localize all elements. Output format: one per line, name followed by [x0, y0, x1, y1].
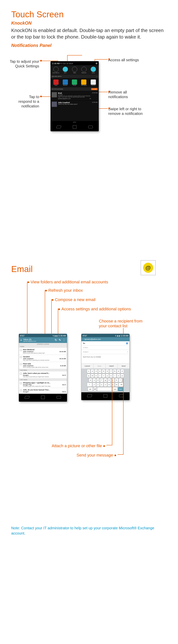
recent-key-icon[interactable] [119, 394, 124, 397]
bluetooth-icon[interactable] [81, 67, 86, 72]
star-icon[interactable]: ☆ [64, 363, 66, 365]
notification-account: lgvtrain1@yahoo.com [58, 98, 71, 99]
email-item[interactable]: Julie, do you know Samuel Thor...☆ Googl… [19, 388, 67, 394]
attach-button[interactable]: Attach [106, 364, 118, 368]
callout-quick-settings: Tap to adjust your Quick Settings [9, 59, 39, 68]
nav-bar [19, 394, 67, 402]
subject-field[interactable]: Subject! [81, 350, 129, 354]
keyboard[interactable]: 1234567890 qwertyuiop asdfghjkl ⇧zxcvbnm… [81, 368, 129, 392]
notification-item[interactable]: Brad Concert Hey there! Are you interest… [51, 91, 99, 100]
star-icon[interactable]: ☆ [64, 356, 66, 358]
next-key[interactable]: Next [118, 387, 123, 391]
email-item[interactable]: Next Weekend☆ Julie Crawford10:42 AM Wha… [19, 348, 67, 355]
email-title: Plant Sale [23, 363, 31, 365]
inbox-phone: AT&T ℕ ▮ ▮ 11:00 AM ≡ Inbox (6) lgvtrain… [19, 334, 67, 402]
qs-label: Quick Memo+ [52, 72, 60, 73]
back-key-icon[interactable] [87, 394, 92, 397]
email-from: Julie Crawford [23, 358, 33, 360]
checkbox[interactable] [20, 373, 22, 374]
overflow-icon[interactable]: ⋮ [62, 338, 65, 342]
home-key-icon[interactable] [41, 396, 45, 399]
recent-key-icon[interactable] [88, 126, 93, 128]
star-icon[interactable]: ☆ [64, 349, 66, 351]
calendar-app-icon[interactable] [91, 80, 96, 85]
star-icon[interactable]: ☆ [64, 382, 66, 384]
app-label: Messaging [81, 85, 86, 86]
avatar [52, 92, 57, 97]
refresh-icon[interactable]: ↻ [55, 338, 57, 342]
wifi-icon[interactable] [63, 67, 68, 72]
nav-bar [51, 124, 99, 131]
email-preview: What do you think about a beach trip? [23, 352, 66, 354]
email-time: 10:42 AM [59, 351, 66, 352]
email-title: Shopping apps + spotlight on ne... [23, 382, 50, 384]
callout-remove-all: Remove all notifications [108, 90, 146, 99]
email-item[interactable]: Shopping apps + spotlight on ne...☆ Goog… [19, 381, 67, 388]
quickmemo-icon[interactable] [53, 67, 59, 72]
save-button[interactable]: Save [94, 364, 106, 368]
body-field[interactable]: Sent from my LG Mobile [81, 354, 129, 364]
compose-icon[interactable]: ✎ [59, 338, 61, 342]
notification-preview: Hey there! Are you interested in going t… [58, 95, 91, 98]
cancel-button[interactable]: Cancel [81, 364, 94, 368]
checkbox[interactable] [20, 356, 22, 358]
priority-icon[interactable]: ! [127, 351, 128, 353]
qs-label: Bluetooth [80, 72, 88, 73]
status-time: 11:00 AM [52, 62, 59, 64]
back-key-icon[interactable] [24, 396, 30, 398]
email-from: Julie Crawford [23, 351, 33, 352]
star-icon[interactable]: ☆ [64, 372, 66, 374]
back-icon[interactable]: ‹ [83, 338, 83, 340]
clear-button[interactable]: CLEAR [91, 88, 98, 90]
dotcom-key[interactable]: .com [112, 387, 118, 391]
quick-settings-row[interactable]: Quick Memo+ Wi-Fi Silent Bluetooth QSlid… [51, 65, 99, 75]
contact-picker-icon[interactable]: 👤 [126, 342, 128, 344]
checkbox[interactable] [20, 382, 22, 384]
email-item[interactable]: Plant Sale☆ Julie Crawford8:18 AM We're … [19, 362, 67, 369]
qslide-apps-row: Video Browser Phone Messaging Calendar [51, 78, 99, 87]
qslide-apps-heading: QSLIDE APPS [52, 76, 61, 77]
email-item[interactable]: Julie, here's what you missed fr...☆ Goo… [19, 372, 67, 378]
checkbox[interactable] [20, 389, 22, 391]
callout-options: Access settings and additional options [57, 307, 131, 312]
cc-field[interactable]: Cc/Bcc [81, 346, 129, 350]
app-label: Phone [72, 85, 77, 86]
email-item[interactable]: Vacation☆ Julie Crawford10:16 AM Hey Jul… [19, 355, 67, 362]
home-key-icon[interactable] [104, 394, 107, 398]
notification-item[interactable]: Julie Crawford Want to try that new Ital… [51, 100, 99, 108]
browser-app-icon[interactable] [63, 80, 68, 85]
compose-header: ‹ lgvtrain1@yahoo.com [81, 337, 129, 341]
messaging-app-icon[interactable] [81, 80, 86, 85]
notification-from: Brad [58, 92, 91, 94]
qs-label: Silent [70, 72, 79, 73]
status-bar: AT&T ℕ ▮ ▮ 11:00 AM [19, 334, 67, 337]
callout-swipe: Swipe left or right to remove a notifica… [108, 107, 146, 116]
cc-placeholder: Cc/Bcc [83, 347, 88, 348]
qslide-icon[interactable] [91, 67, 96, 72]
notifications-panel-heading: Notifications Panel [11, 43, 167, 48]
silent-icon[interactable] [72, 67, 77, 72]
status-date: Fri Oct 10 2014 [60, 62, 73, 64]
phone-app-icon[interactable] [72, 80, 77, 85]
star-icon[interactable]: ☆ [64, 389, 66, 391]
checkbox[interactable] [20, 363, 22, 365]
back-key-icon[interactable] [56, 126, 61, 128]
app-label: Browser [63, 85, 68, 86]
callout-folders: View folders and additional email accoun… [26, 280, 108, 284]
to-field[interactable]: To: 👤 [81, 341, 129, 346]
shift-key-icon[interactable]: ⇧ [87, 382, 92, 387]
inbox-label[interactable]: Inbox (6) [23, 338, 53, 340]
send-button[interactable]: Send [118, 364, 129, 368]
email-time: Oct 3 [62, 384, 66, 386]
battery-icon: ▮ [119, 335, 120, 337]
video-app-icon[interactable] [53, 80, 59, 85]
status-time: 11:00 AM [121, 335, 128, 337]
hamburger-icon[interactable]: ≡ [20, 339, 22, 342]
home-key-icon[interactable] [73, 125, 76, 129]
gear-icon[interactable]: ⚙ [96, 62, 98, 65]
callout-send: Send your message [65, 453, 118, 458]
checkbox[interactable] [20, 349, 22, 351]
chevron-down-icon[interactable]: ⌄ [96, 76, 98, 77]
status-time: 11:00 AM [58, 335, 66, 337]
recent-key-icon[interactable] [57, 396, 61, 398]
